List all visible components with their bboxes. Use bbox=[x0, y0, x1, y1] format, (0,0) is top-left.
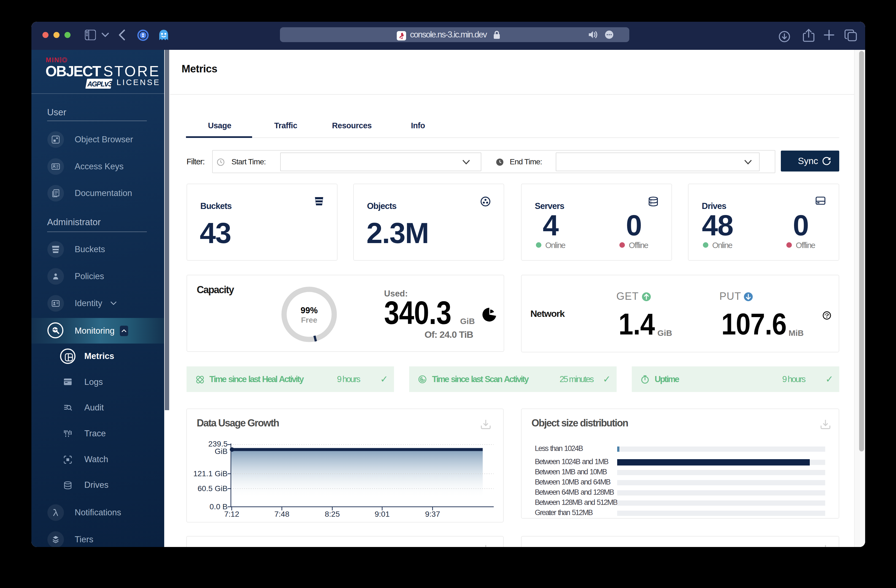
svg-text:GiB: GiB bbox=[215, 447, 228, 456]
svg-text:9:37: 9:37 bbox=[425, 510, 440, 518]
svg-text:8:25: 8:25 bbox=[325, 510, 340, 518]
svg-text:7:48: 7:48 bbox=[274, 510, 290, 518]
svg-text:7:12: 7:12 bbox=[224, 510, 239, 518]
svg-text:121.1 GiB: 121.1 GiB bbox=[193, 469, 228, 478]
svg-text:60.5 GiB: 60.5 GiB bbox=[198, 484, 228, 493]
svg-text:9:01: 9:01 bbox=[375, 510, 390, 518]
